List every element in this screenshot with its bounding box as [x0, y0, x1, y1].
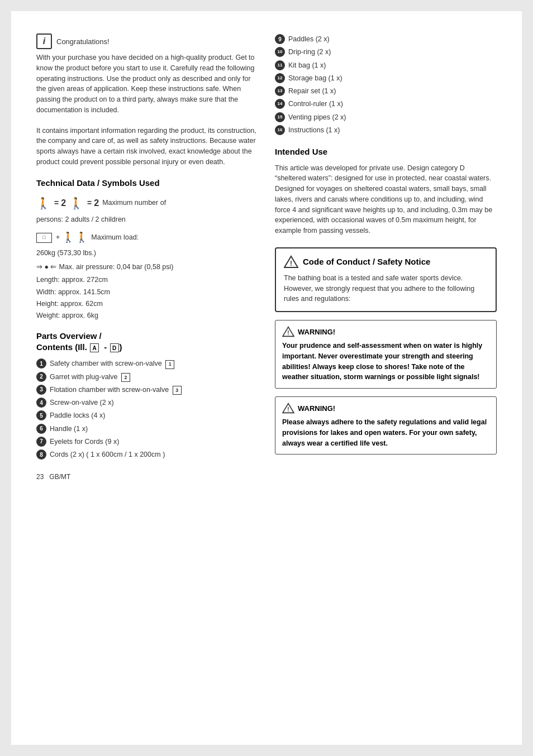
code-conduct-title: Code of Conduct / Safety Notice [303, 257, 430, 266]
warning-box-2: ! WARNING! Please always adhere to the s… [275, 396, 497, 454]
item-text-3: Flotation chamber with screw-on-valve 3 [50, 384, 182, 396]
parts-list: 1 Safety chamber with screw-on-valve 1 2… [36, 358, 258, 461]
length-text: Length: approx. 272cm [36, 274, 258, 286]
item-text-8: Cords (2 x) ( 1 x 600cm / 1 x 200cm ) [50, 449, 165, 461]
number-2-1: 2 [61, 195, 66, 210]
list-item: 10 Drip-ring (2 x) [275, 46, 497, 58]
item-text-11: Kit bag (1 x) [288, 60, 326, 71]
item-text-7: Eyelets for Cords (9 x) [50, 436, 119, 448]
item-text-6: Handle (1 x) [50, 423, 88, 435]
item-text-2: Garret with plug-valve 2 [50, 371, 130, 383]
badge-d: D [110, 343, 119, 352]
plus-sign: + [56, 232, 60, 243]
item-num-3: 3 [36, 385, 46, 395]
max-load-label: Maximum load: [91, 232, 139, 243]
item-text-4: Screw-on-valve (2 x) [50, 397, 114, 409]
parts-list-continued: 9 Paddles (2 x) 10 Drip-ring (2 x) 11 Ki… [275, 34, 497, 136]
list-item: 2 Garret with plug-valve 2 [36, 371, 258, 383]
item-num-8: 8 [36, 449, 46, 460]
list-item: 9 Paddles (2 x) [275, 34, 497, 45]
intro-paragraph1: With your purchase you have decided on a… [36, 52, 258, 116]
person-icon-3: 🚶 [62, 229, 74, 246]
ref-1: 1 [165, 360, 174, 369]
list-item: 12 Storage bag (1 x) [275, 73, 497, 84]
person-icon-2: 🚶 [69, 194, 83, 213]
item-text-14: Control-ruler (1 x) [288, 98, 343, 110]
item-num-13: 13 [275, 86, 285, 96]
parts-heading: Parts Overview / Contents (Ill. A - D) [36, 331, 258, 352]
list-item: 14 Control-ruler (1 x) [275, 98, 497, 110]
equals-1: = [54, 197, 59, 210]
item-num-5: 5 [36, 410, 46, 420]
width-text: Width: approx. 141.5cm [36, 286, 258, 298]
warning-box-1: ! WARNING! Your prudence and self-assess… [275, 320, 497, 389]
person-icon-1: 🚶 [36, 194, 50, 213]
technical-symbols: 🚶 = 2 🚶 = 2 Maximum number of persons: 2… [36, 194, 258, 322]
svg-text:!: ! [287, 406, 289, 413]
list-item: 6 Handle (1 x) [36, 423, 258, 435]
right-column: 9 Paddles (2 x) 10 Drip-ring (2 x) 11 Ki… [275, 34, 497, 454]
list-item: 11 Kit bag (1 x) [275, 60, 497, 71]
ref-3: 3 [173, 386, 182, 395]
person-icon-4: 🚶 [75, 229, 88, 246]
item-num-7: 7 [36, 437, 46, 447]
item-text-12: Storage bag (1 x) [288, 73, 342, 84]
item-text-13: Repair set (1 x) [288, 85, 336, 97]
item-text-5: Paddle locks (4 x) [50, 410, 105, 422]
equals-2: = [87, 197, 92, 210]
ref-2: 2 [121, 373, 130, 382]
warning-header-1: ! WARNING! [282, 326, 489, 337]
max-persons-label: Maximum number of [102, 197, 166, 209]
item-text-16: Instructions (1 x) [288, 125, 340, 136]
badge-a: A [90, 343, 99, 352]
intended-use-heading: Intended Use [275, 146, 497, 157]
code-conduct-heading: ! Code of Conduct / Safety Notice [284, 255, 488, 269]
list-item: 4 Screw-on-valve (2 x) [36, 397, 258, 409]
warning-label-2: WARNING! [298, 404, 335, 413]
list-item: 15 Venting pipes (2 x) [275, 112, 497, 123]
list-item: 3 Flotation chamber with screw-on-valve … [36, 384, 258, 396]
warning-icon-2: ! [282, 403, 294, 414]
item-text-15: Venting pipes (2 x) [288, 112, 346, 123]
warning-triangle-icon: ! [284, 255, 298, 269]
weight-value: 260kg (573,30 lbs.) [36, 247, 258, 259]
number-2-2: 2 [94, 195, 99, 210]
item-num-6: 6 [36, 424, 46, 434]
page-footer: 23 GB/MT [36, 473, 497, 481]
item-num-14: 14 [275, 99, 285, 109]
list-item: 5 Paddle locks (4 x) [36, 410, 258, 422]
warning-label-1: WARNING! [298, 328, 335, 336]
svg-text:!: ! [290, 260, 292, 267]
intended-use-text: This article was developed for private u… [275, 163, 497, 236]
load-line: □ + 🚶 🚶 Maximum load: [36, 229, 258, 246]
persons-line: 🚶 = 2 🚶 = 2 Maximum number of [36, 194, 258, 213]
code-conduct-text: The bathing boat is a tested and safe wa… [284, 273, 488, 304]
svg-text:!: ! [287, 330, 289, 336]
document-page: i Congratulations! With your purchase yo… [11, 11, 522, 745]
persons-sub: persons: 2 adults / 2 children [36, 214, 258, 226]
air-pressure-line: ⇒ ● ⇐ Max. air pressure: 0,04 bar (0,58 … [36, 261, 258, 273]
air-pressure-text: Max. air pressure: 0,04 bar (0,58 psi) [59, 261, 174, 273]
weight-text: Weight: approx. 6kg [36, 310, 258, 322]
locale: GB/MT [49, 473, 70, 481]
intro-paragraph2: It contains important information regard… [36, 126, 258, 168]
warning-header-2: ! WARNING! [282, 403, 489, 414]
list-item: 1 Safety chamber with screw-on-valve 1 [36, 358, 258, 370]
warning-icon-1: ! [282, 326, 294, 337]
list-item: 13 Repair set (1 x) [275, 85, 497, 97]
congratulations-text: Congratulations! [56, 37, 110, 46]
item-num-1: 1 [36, 358, 46, 369]
item-num-15: 15 [275, 112, 285, 122]
item-text-9: Paddles (2 x) [288, 34, 330, 45]
info-icon: i [36, 34, 52, 49]
item-num-12: 12 [275, 73, 285, 83]
height-text: Height: approx. 62cm [36, 298, 258, 310]
intro-section: i Congratulations! With your purchase yo… [36, 34, 258, 168]
list-item: 16 Instructions (1 x) [275, 125, 497, 136]
list-item: 8 Cords (2 x) ( 1 x 600cm / 1 x 200cm ) [36, 449, 258, 461]
info-box: i Congratulations! [36, 34, 258, 49]
list-item: 7 Eyelets for Cords (9 x) [36, 436, 258, 448]
item-num-2: 2 [36, 372, 46, 382]
box-icon: □ [36, 233, 52, 243]
page-number: 23 [36, 473, 44, 481]
